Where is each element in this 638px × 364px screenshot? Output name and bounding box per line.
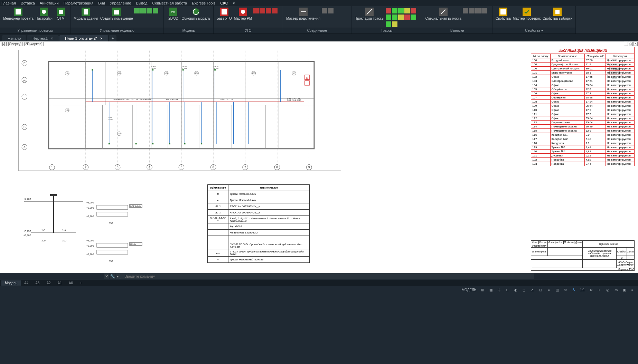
grid-icon[interactable]: ▦ <box>487 287 494 293</box>
special-callout-button[interactable]: Специальная выноска <box>425 8 461 28</box>
table-row: 100Центральный коридор86,01Не категориру… <box>531 67 635 71</box>
snap-icon[interactable]: ┼ <box>496 287 503 293</box>
small-tool-icons[interactable] <box>321 8 349 28</box>
table-title: Экспликация помещений <box>531 47 635 54</box>
2d3d-button[interactable]: 2D2D/3D <box>167 8 179 28</box>
clean-icon[interactable]: ▣ <box>621 287 628 293</box>
layout-tab[interactable]: A4 <box>21 280 32 286</box>
building-model-button[interactable]: Модель здания <box>74 8 98 28</box>
create-room-button[interactable]: Создать помещение <box>100 8 133 28</box>
svg-text:5-5-01: 5-5-01 <box>151 66 156 68</box>
drawing-workspace[interactable]: [-][Сверху][2D-каркас] — ▢ ✕ Сверху <box>0 41 638 273</box>
svg-text:В1: В1 <box>306 77 308 79</box>
table-row: 112Офис35,64Не категорируется <box>531 116 635 121</box>
small-tool-icons[interactable] <box>134 8 161 28</box>
cmdbar-close-icon[interactable]: ✕ <box>104 274 109 279</box>
layout-tab[interactable]: A3 <box>32 280 43 286</box>
isolate-icon[interactable]: ◎ <box>604 287 611 293</box>
viewport-controls[interactable]: [-][Сверху][2D-каркас] <box>1 42 44 46</box>
grid-icon[interactable]: ⊞ <box>479 287 486 293</box>
cycling-icon[interactable]: ↻ <box>562 287 569 293</box>
menu-item[interactable]: Express Tools <box>192 1 215 5</box>
menu-item-active[interactable]: СКС <box>220 1 228 5</box>
trace-layout-button[interactable]: Прокладка трассы <box>355 8 384 28</box>
command-input[interactable] <box>122 274 534 279</box>
menu-dropdown-icon[interactable]: ▾ <box>233 1 235 6</box>
svg-text:3хКПП 4х2 Сбе: 3хКПП 4х2 Сбе <box>126 99 138 100</box>
menu-item[interactable]: Управление <box>110 1 131 5</box>
menu-item[interactable]: Вывод <box>136 1 147 5</box>
annotation-icon[interactable]: 人 <box>570 287 577 293</box>
svg-text:+3,300: +3,300 <box>86 245 94 247</box>
layout-tab[interactable]: A0 <box>65 280 76 286</box>
minimize-icon[interactable]: — <box>624 42 628 46</box>
command-bar: ✕ 🔧 ▸_ <box>0 273 638 280</box>
panel-label[interactable]: Свойства ▾ <box>492 28 575 33</box>
table-row: 105Общий офис72,8Не категорируется <box>531 87 635 92</box>
close-icon[interactable]: ✕ <box>634 42 638 46</box>
small-tool-icons[interactable] <box>385 8 420 28</box>
table-row: 106Офис17,3Не категорируется <box>531 92 635 96</box>
properties-button[interactable]: Свойства <box>496 8 511 28</box>
selection-props-button[interactable]: Свойства выборки <box>543 8 572 28</box>
menu-item[interactable]: Главная <box>1 1 16 5</box>
ugo-base-button[interactable]: База УГО <box>217 8 232 28</box>
table-row: ●—7 ГОСТ 20 ПЛ. Труба толченная поливини… <box>208 249 310 257</box>
svg-text:101: 101 <box>65 72 69 74</box>
tab-add[interactable]: + <box>109 35 116 41</box>
layout-tab-add[interactable]: + <box>76 280 85 286</box>
statusbar: МОДЕЛЬ ⊞ ▦ ┼ ∟ ◐ ◻ ∠ ⊡ ≡ ◫ ↻ 人 1:1 ⚙ + ◎… <box>0 286 638 294</box>
hardware-icon[interactable]: ▭ <box>612 287 619 293</box>
small-tool-icons[interactable] <box>253 8 281 28</box>
table-row: 122Подсобка4,82Не категорируется <box>531 158 635 162</box>
plus-icon[interactable]: + <box>596 287 603 293</box>
svg-text:4хКПП 4х2 Сбе: 4хКПП 4х2 Сбе <box>166 99 178 100</box>
svg-text:100: 100 <box>65 109 69 111</box>
layout-tab[interactable]: A2 <box>43 280 54 286</box>
cmdbar-wrench-icon[interactable]: 🔧 <box>110 274 115 279</box>
svg-text:5-5-02: 5-5-02 <box>151 68 156 69</box>
table-row: 117Коридор №26,48Не категорируется <box>531 137 635 141</box>
tracking-icon[interactable]: ∠ <box>529 287 536 293</box>
status-model[interactable]: МОДЕЛЬ <box>460 288 478 292</box>
layout-tabs: Модель A4 A3 A2 A1 A0 + <box>0 280 638 286</box>
menubar: Главная Вставка Аннотации Параметризация… <box>0 0 638 6</box>
transparency-icon[interactable]: ◫ <box>554 287 561 293</box>
svg-text:1хКПП 4х2 Сбе: 1хКПП 4х2 Сбе <box>113 99 125 100</box>
update-model-button[interactable]: Обновить модель <box>181 8 210 28</box>
menu-item[interactable]: Аннотации <box>40 1 59 5</box>
small-tool-icons[interactable] <box>462 8 490 28</box>
tab-start[interactable]: Начало <box>2 35 26 41</box>
close-icon[interactable]: ✕ <box>100 37 103 40</box>
project-manager-button[interactable]: Менеджер проекта <box>3 8 34 28</box>
menu-item[interactable]: Вид <box>98 1 105 5</box>
check-master-button[interactable]: Мастер проверок <box>513 8 541 28</box>
close-icon[interactable]: ✕ <box>50 37 53 40</box>
panel-label: Управление моделью <box>71 28 164 33</box>
menu-item[interactable]: Вставка <box>21 1 35 5</box>
layout-tab[interactable]: A1 <box>54 280 65 286</box>
table-row: На вытяжке к попиках 2 <box>208 230 310 236</box>
polar-icon[interactable]: ◐ <box>512 287 519 293</box>
tab-plan-active[interactable]: План 1-ого этажа*✕ <box>59 35 108 41</box>
layout-tab-model[interactable]: Модель <box>1 280 21 286</box>
menu-item[interactable]: Параметризация <box>64 1 93 5</box>
lineweight-icon[interactable]: ≡ <box>545 287 552 293</box>
master-rm-button[interactable]: Мастер РМ <box>234 8 252 28</box>
customize-icon[interactable]: ≡ <box>629 287 636 293</box>
maximize-icon[interactable]: ▢ <box>629 42 633 46</box>
tab-drawing1[interactable]: Чертеж1✕ <box>27 35 59 41</box>
etm-button[interactable]: ЭТМ <box>55 8 67 28</box>
table-row: 5-1-01..5-1-02 ▽В каб_ 2×Rj-45 1 - Новая… <box>208 216 310 223</box>
svg-text:ПО 2 FM 62,5/125: ПО 2 FM 62,5/125 <box>287 99 301 101</box>
dynamic-icon[interactable]: ⊡ <box>537 287 544 293</box>
ortho-icon[interactable]: ∟ <box>504 287 511 293</box>
status-scale[interactable]: 1:1 <box>579 288 586 292</box>
osnap-icon[interactable]: ◻ <box>520 287 527 293</box>
gear-icon[interactable]: ⚙ <box>588 287 594 293</box>
connection-master-button[interactable]: Мастер подключения <box>286 8 320 28</box>
menu-item[interactable]: Совместная работа <box>152 1 187 5</box>
settings-button[interactable]: Настройки <box>36 8 53 28</box>
svg-text:950: 950 <box>109 260 113 262</box>
svg-text:+3,600: +3,600 <box>86 239 94 242</box>
